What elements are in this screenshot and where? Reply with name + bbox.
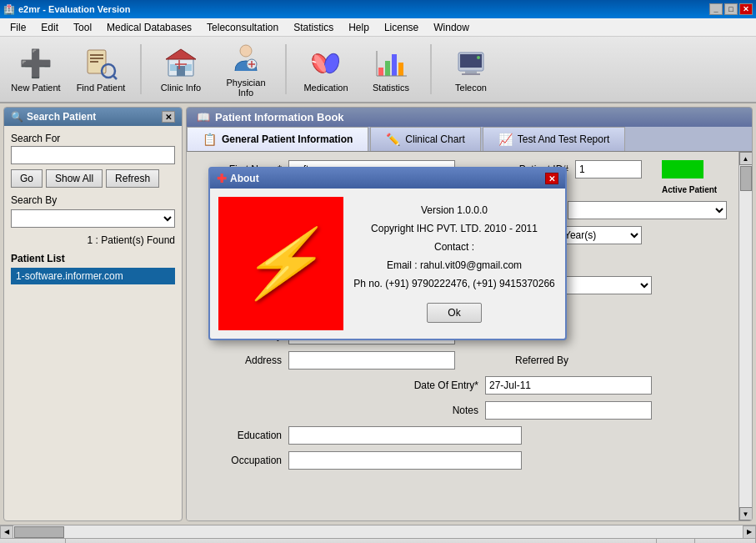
about-phone: Ph no. (+91) 9790222476, (+91) 941537026… <box>352 278 557 289</box>
about-logo: ⚡ <box>218 197 343 330</box>
lightning-icon: ⚡ <box>239 224 323 303</box>
about-dialog-body: ⚡ Version 1.0.0.0 Copyright IHC PVT. LTD… <box>210 189 565 339</box>
about-dialog-title-bar: ✚ About ✕ <box>210 168 565 189</box>
about-ok-row: Ok <box>352 303 557 323</box>
about-dialog-close-button[interactable]: ✕ <box>545 173 558 184</box>
about-dialog-title: About <box>230 173 259 184</box>
about-version: Version 1.0.0.0 <box>352 204 557 216</box>
about-info: Version 1.0.0.0 Copyright IHC PVT. LTD. … <box>352 197 557 330</box>
about-dialog: ✚ About ✕ ⚡ Version 1.0.0.0 Copyright IH… <box>208 167 567 340</box>
dialog-overlay: ✚ About ✕ ⚡ Version 1.0.0.0 Copyright IH… <box>0 0 756 543</box>
about-copyright: Copyright IHC PVT. LTD. 2010 - 2011 <box>352 223 557 234</box>
about-email: Email : rahul.vit09@gmail.com <box>352 259 557 271</box>
about-cross-icon: ✚ <box>217 172 227 185</box>
about-ok-button[interactable]: Ok <box>427 303 481 323</box>
about-contact-label: Contact : <box>352 241 557 253</box>
